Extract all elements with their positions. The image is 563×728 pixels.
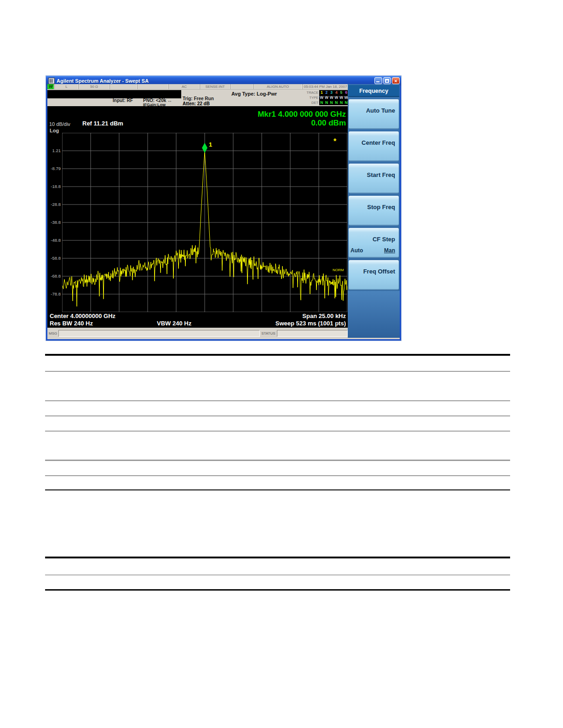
ref-level-label: Ref 11.21 dBm (82, 120, 123, 127)
trace-status-panel: TRACE123456TYPEWWWWWWDETNNNNNN (303, 90, 349, 106)
table-rule (45, 415, 510, 416)
marker-1-diamond-icon (202, 143, 207, 153)
trace-det: N (340, 100, 343, 105)
minimize-button[interactable] (374, 77, 382, 84)
man-option[interactable]: Man (384, 247, 395, 254)
trace-panel-label: TRACE (303, 91, 319, 95)
softkey-label: Freq Offset (363, 268, 395, 275)
uncal-asterisk-icon: * (333, 137, 336, 146)
window-title: Agilent Spectrum Analyzer - Swept SA (57, 78, 374, 84)
trace-panel-row: DETNNNNNN (303, 100, 349, 105)
trace-det: N (330, 100, 333, 105)
status-bar: WL50 ΩACSENSE:INTALIGN AUTO05:03:44 PM J… (47, 84, 349, 90)
softkey-menu-title: Frequency (348, 85, 399, 97)
trigger-label: Trig: Free Run (183, 96, 214, 101)
status-cell: ALIGN AUTO (253, 84, 303, 89)
trace-det: N (345, 100, 348, 105)
marker-readout-freq: Mkr1 4.000 000 000 GHz (258, 110, 346, 119)
app-icon (48, 78, 55, 84)
table-rule (45, 431, 510, 432)
minimize-icon (376, 81, 379, 82)
softkey-stop-freq[interactable]: Stop Freq (349, 196, 399, 226)
measurement-bar: Avg Type: Log-Pwr Input: RF PNO: <20k ↔ … (47, 90, 349, 106)
window-controls: × (374, 77, 400, 84)
trace-panel-label: DET (303, 101, 319, 105)
annotation-row-2: Res BW 240 Hz VBW 240 Hz Sweep 523 ms (1… (47, 320, 349, 327)
maximize-icon (385, 79, 389, 83)
y-tick-label: -8.79 (47, 166, 61, 171)
trace-type: W (334, 95, 338, 100)
y-tick-label: -18.8 (47, 184, 61, 189)
y-tick-label: -48.8 (47, 238, 61, 243)
trace-panel-row: TRACE123456 (303, 90, 349, 95)
y-tick-label: -28.8 (47, 202, 61, 207)
marker-readout-amp: 0.00 dBm (311, 119, 346, 128)
status-field (277, 330, 348, 337)
graticule: 1 (62, 133, 347, 312)
table-rule (45, 354, 510, 356)
y-tick-label: 1.21 (47, 148, 61, 153)
marker-1-label: 1 (209, 141, 212, 148)
y-tick-label: -68.8 (47, 273, 61, 279)
softkey-start-freq[interactable]: Start Freq (349, 164, 399, 193)
sweep-annotation: Sweep 523 ms (1001 pts) (276, 320, 346, 327)
softkey-freq-offset[interactable]: Freq Offset (349, 260, 399, 290)
table-rule (45, 589, 510, 591)
log-scale-label: Log (50, 128, 59, 133)
status-cell: SENSE:INT (200, 84, 230, 89)
document-page: Agilent Spectrum Analyzer - Swept SA × W… (0, 0, 563, 728)
trace-number: 5 (340, 90, 343, 95)
norm-trace-mode-label: NORM (333, 268, 344, 272)
auto-man-row: AutoMan (350, 247, 395, 254)
softkey-auto-tune[interactable]: Auto Tune (349, 99, 399, 129)
trace-panel-values: 123456 (319, 90, 349, 95)
trace-panel-values: WWWWWW (319, 95, 349, 100)
status-label: STATUS (260, 331, 276, 336)
softkey-label: Center Freq (362, 139, 395, 146)
measbar-black-field (47, 90, 181, 98)
avg-type-label: Avg Type: Log-Pwr (231, 91, 310, 97)
trace-det: N (335, 100, 338, 105)
table-rule (45, 371, 510, 372)
msg-field (58, 330, 260, 337)
softkey-label: CF Step (373, 236, 395, 243)
status-cell: AC (169, 84, 200, 89)
table-rule (45, 475, 510, 476)
auto-option[interactable]: Auto (350, 247, 363, 254)
status-cell (110, 84, 138, 89)
trace-number: 1 (321, 90, 323, 95)
close-button[interactable]: × (392, 77, 400, 84)
softkey-label: Auto Tune (366, 107, 395, 114)
maximize-button[interactable] (383, 77, 391, 84)
trace-type: W (330, 95, 333, 100)
y-tick-label: -38.8 (47, 220, 61, 225)
trace-panel-label: TYPE (303, 96, 319, 100)
table-rule (45, 574, 510, 575)
softkey-cf-step[interactable]: CF StepAutoMan (349, 228, 399, 258)
softkey-label: Start Freq (367, 171, 395, 178)
softkey-panel-filler (348, 291, 400, 338)
input-label: Input: RF (113, 98, 133, 103)
softkey-panel: Frequency Auto TuneCenter FreqStart Freq… (348, 84, 400, 338)
softkey-center-freq[interactable]: Center Freq (349, 131, 399, 161)
close-icon: × (392, 78, 399, 84)
trace-type: W (320, 95, 323, 100)
rbw-annotation: Res BW 240 Hz (50, 320, 93, 327)
trace-type: W (325, 95, 328, 100)
table-rule (45, 557, 510, 558)
trace-det: N (325, 100, 328, 105)
status-cell: 50 Ω (79, 84, 110, 89)
table-rule (45, 460, 510, 461)
vbw-annotation: VBW 240 Hz (157, 320, 191, 327)
trace-panel-values: NNNNNN (319, 100, 349, 105)
trace-number: 3 (330, 90, 333, 95)
scale-per-div-label: 10 dB/div (49, 121, 70, 127)
softkey-label: Stop Freq (367, 204, 395, 210)
status-cell: L (55, 84, 79, 89)
center-freq-annotation: Center 4.00000000 GHz (50, 313, 115, 319)
status-cell (230, 84, 253, 89)
spectrum-analyzer-window: Agilent Spectrum Analyzer - Swept SA × W… (46, 76, 401, 341)
message-status-bar: MSG STATUS (47, 329, 349, 338)
table-rule (45, 489, 510, 490)
trace-number: 2 (326, 90, 328, 95)
